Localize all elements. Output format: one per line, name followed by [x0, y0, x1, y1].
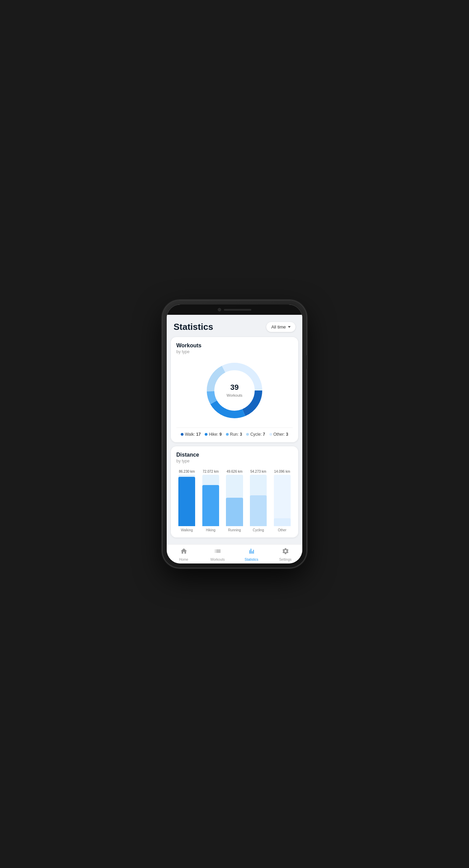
bar-col-walking: 86.230 km Walking: [176, 470, 198, 532]
legend-dot: [205, 433, 207, 436]
nav-label-settings: Settings: [279, 558, 291, 561]
statistics-icon: [248, 547, 255, 557]
bar-background: [178, 475, 195, 526]
workouts-card: Workouts by type: [171, 337, 298, 442]
camera-lens: [218, 308, 221, 311]
bar-wrapper: [224, 475, 245, 526]
nav-item-home[interactable]: Home: [167, 547, 201, 561]
volume-button: [306, 355, 308, 369]
legend-item-run: Run: 3: [226, 432, 242, 437]
legend-item-walk: Walk: 17: [181, 432, 201, 437]
legend-item-other: Other: 3: [269, 432, 288, 437]
donut-total-number: 39: [227, 383, 242, 392]
bar-label: Cycling: [253, 528, 264, 532]
bar-label: Running: [228, 528, 241, 532]
speaker-grille: [224, 309, 251, 311]
page-header: Statistics All time: [167, 315, 302, 337]
nav-item-statistics[interactable]: Statistics: [234, 547, 268, 561]
distance-bar-chart: 86.230 km Walking 72.072 km Hiking 49.62…: [176, 463, 293, 532]
bar-background: [202, 475, 219, 526]
workouts-legend: Walk: 17 Hike: 9 Run: 3 Cycle: 7 Other: …: [176, 427, 293, 437]
phone-frame: Statistics All time Workouts by type: [163, 300, 306, 568]
bar-background: [250, 475, 267, 526]
legend-text: Hike: 9: [209, 432, 221, 437]
distance-card-subtitle: by type: [176, 459, 293, 463]
bar-fill: [274, 518, 291, 526]
bar-value-label: 86.230 km: [179, 470, 195, 473]
legend-text: Walk: 17: [185, 432, 201, 437]
bar-value-label: 49.626 km: [227, 470, 243, 473]
settings-icon: [282, 547, 289, 557]
bar-fill: [250, 495, 267, 526]
phone-screen: Statistics All time Workouts by type: [167, 305, 302, 563]
bar-wrapper: [200, 475, 221, 526]
page-title: Statistics: [174, 322, 213, 332]
bar-background: [274, 475, 291, 526]
main-content: Statistics All time Workouts by type: [167, 315, 302, 544]
legend-dot: [246, 433, 249, 436]
home-icon: [180, 547, 188, 557]
legend-text: Run: 3: [230, 432, 242, 437]
nav-item-settings[interactable]: Settings: [268, 547, 302, 561]
workouts-icon: [214, 547, 221, 557]
bar-fill: [226, 498, 243, 526]
bar-fill: [178, 477, 195, 526]
bar-wrapper: [176, 475, 198, 526]
legend-dot: [269, 433, 272, 436]
bar-col-other: 14.096 km Other: [271, 470, 293, 532]
distance-card-title: Distance: [176, 452, 293, 458]
bar-col-running: 49.626 km Running: [224, 470, 245, 532]
nav-label-home: Home: [179, 558, 188, 561]
nav-label-statistics: Statistics: [244, 558, 258, 561]
legend-text: Cycle: 7: [250, 432, 265, 437]
legend-item-hike: Hike: 9: [205, 432, 221, 437]
bar-wrapper: [248, 475, 269, 526]
bar-col-cycling: 54.273 km Cycling: [248, 470, 269, 532]
donut-center-label: 39 Workouts: [227, 383, 242, 398]
bottom-navigation: Home Workouts Statistics Settings: [167, 544, 302, 563]
legend-dot: [226, 433, 229, 436]
donut-total-label: Workouts: [227, 393, 242, 397]
bar-value-label: 14.096 km: [274, 470, 290, 473]
legend-item-cycle: Cycle: 7: [246, 432, 265, 437]
bar-col-hiking: 72.072 km Hiking: [200, 470, 221, 532]
bar-value-label: 54.273 km: [250, 470, 266, 473]
bar-label: Other: [278, 528, 287, 532]
workouts-card-title: Workouts: [176, 343, 293, 349]
nav-item-workouts[interactable]: Workouts: [201, 547, 234, 561]
bar-label: Walking: [181, 528, 193, 532]
workouts-card-subtitle: by type: [176, 349, 293, 354]
donut-chart-container: 39 Workouts: [176, 354, 293, 425]
bar-wrapper: [271, 475, 293, 526]
nav-label-workouts: Workouts: [210, 558, 225, 561]
bar-background: [226, 475, 243, 526]
filter-label: All time: [271, 324, 286, 330]
bar-label: Hiking: [206, 528, 215, 532]
bar-value-label: 72.072 km: [203, 470, 219, 473]
distance-card: Distance by type 86.230 km Walking 72.07…: [171, 446, 298, 537]
legend-dot: [181, 433, 183, 436]
filter-button[interactable]: All time: [266, 322, 295, 332]
status-bar: [167, 305, 302, 315]
chevron-down-icon: [288, 326, 291, 328]
legend-text: Other: 3: [274, 432, 288, 437]
bar-fill: [202, 485, 219, 526]
